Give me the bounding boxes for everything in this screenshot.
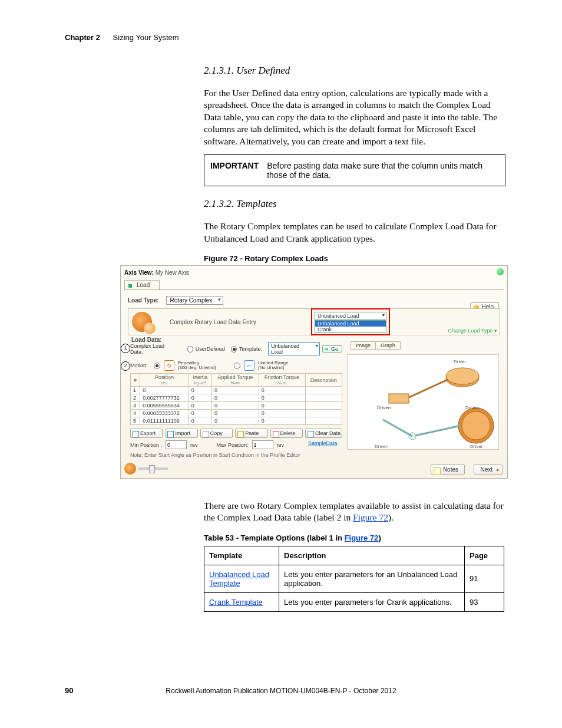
table-row: 50.01111111109000 bbox=[131, 417, 342, 425]
col-inertia: Inertiakg-m² bbox=[189, 374, 211, 387]
figure-72-link-2[interactable]: Figure 72 bbox=[345, 533, 379, 542]
figure-72-screenshot: Axis View: My New Axis Load Load Type: R… bbox=[120, 265, 508, 479]
unbalanced-load-template-link[interactable]: Unbalanced Load Template bbox=[209, 570, 269, 588]
table-53: Template Description Page Unbalanced Loa… bbox=[204, 546, 504, 612]
table-toolbar: Export Import Copy Paste Delete Clear Da… bbox=[130, 429, 342, 438]
axis-view-label-text: Axis View: bbox=[124, 269, 154, 276]
zoom-slider[interactable] bbox=[138, 467, 168, 470]
col-description: Description bbox=[305, 374, 342, 387]
illustration-panel: Driver Driven Driver Driven Driven bbox=[347, 354, 499, 450]
callout-2: 2 bbox=[121, 361, 130, 371]
illus-driven-label-1: Driven bbox=[377, 405, 391, 410]
help-icon[interactable] bbox=[497, 268, 504, 275]
option-crank[interactable]: Crank bbox=[315, 327, 386, 332]
chapter-title: Sizing Your System bbox=[113, 33, 179, 42]
axis-view-label: Axis View: My New Axis bbox=[124, 269, 189, 276]
callout-1: 1 bbox=[121, 344, 130, 353]
page-crank: 93 bbox=[465, 592, 504, 611]
min-position-input[interactable] bbox=[166, 440, 187, 449]
clear-data-button[interactable]: Clear Data bbox=[305, 429, 342, 438]
delete-button[interactable]: Delete bbox=[270, 429, 303, 438]
section-heading-templates: 2.1.3.2. Templates bbox=[204, 198, 504, 210]
template-type-dropdown[interactable]: Unbalanced Load bbox=[315, 312, 386, 320]
radio-template-label: Template: bbox=[239, 346, 262, 352]
chapter-number: Chapter 2 bbox=[65, 33, 100, 42]
next-button[interactable]: Next bbox=[474, 465, 503, 475]
th-page: Page bbox=[465, 546, 504, 565]
change-load-type-link[interactable]: Change Load Type bbox=[448, 328, 497, 334]
important-label: IMPORTANT bbox=[204, 155, 267, 186]
crank-template-link[interactable]: Crank Template bbox=[209, 598, 263, 607]
table-row: 10000 bbox=[131, 387, 342, 394]
desc-crank: Lets you enter parameters for Crank appl… bbox=[279, 592, 465, 611]
template-type-highlight: Unbalanced Load Unbalanced Load Crank bbox=[311, 308, 390, 335]
table-row: 20.00277777732000 bbox=[131, 394, 342, 402]
load-data-table: # Positionrev Inertiakg-m² Applied Torqu… bbox=[130, 373, 342, 425]
min-position-label: Min Position : bbox=[130, 442, 162, 448]
rotary-gear-icon bbox=[132, 312, 152, 332]
illus-driver-label: Driver bbox=[454, 359, 467, 364]
col-friction-torque: Friction TorqueN-m bbox=[259, 374, 305, 387]
profile-editor-note: Note: Enter Start Angle as Position in S… bbox=[130, 452, 300, 458]
content-after-figure: There are two Rotary Complex templates a… bbox=[204, 500, 504, 612]
important-text: Before pasting data make sure that the c… bbox=[267, 155, 505, 186]
col-applied-torque: Applied TorqueN-m bbox=[212, 374, 259, 387]
complex-load-data-label: Complex Load Data: bbox=[130, 343, 174, 355]
load-data-label: Load Data: bbox=[131, 337, 162, 343]
tab-load[interactable]: Load bbox=[124, 280, 160, 289]
table-row: Crank Template Lets you enter parameters… bbox=[204, 592, 504, 611]
limited-sub: (No Unwind) bbox=[258, 365, 284, 370]
table-row: Unbalanced Load Template Lets you enter … bbox=[204, 565, 504, 592]
complex-load-data-row: Complex Load Data: UserDefined Template:… bbox=[130, 344, 342, 354]
tbl53-cap-a: Table 53 - Template Options (label 1 in bbox=[204, 533, 345, 542]
load-type-label: Load Type: bbox=[128, 297, 159, 304]
svg-line-8 bbox=[383, 420, 412, 436]
section-heading-user-defined: 2.1.3.1. User Defined bbox=[204, 65, 504, 77]
tab-image[interactable]: Image bbox=[351, 341, 376, 350]
illus-driven-label-3: Driven bbox=[465, 405, 479, 410]
limited-range-icon: ⤺ bbox=[244, 360, 254, 371]
repeating-caption: Repeating (360 deg. Unwind) bbox=[178, 361, 216, 370]
radio-template[interactable] bbox=[231, 346, 237, 353]
load-type-dropdown[interactable]: Rotary Complex bbox=[166, 296, 224, 305]
sample-data-link[interactable]: SampleData bbox=[308, 440, 338, 446]
max-position-label: Max Position: bbox=[217, 442, 249, 448]
preview-tabs: ImageGraph bbox=[351, 342, 400, 348]
svg-rect-3 bbox=[389, 394, 409, 403]
template-dropdown[interactable]: Unbalanced Load bbox=[268, 342, 320, 355]
tab-graph[interactable]: Graph bbox=[375, 341, 401, 350]
figure-72-link[interactable]: Figure 72 bbox=[353, 512, 388, 522]
motion-label: Motion: bbox=[130, 363, 148, 368]
figure-caption: Figure 72 - Rotary Complex Loads bbox=[204, 254, 504, 263]
export-button[interactable]: Export bbox=[130, 429, 163, 438]
table-53-caption: Table 53 - Template Options (label 1 in … bbox=[204, 533, 504, 542]
para-user-defined: For the User Defined data entry option, … bbox=[204, 87, 504, 147]
th-description: Description bbox=[279, 546, 465, 565]
svg-line-6 bbox=[412, 426, 461, 436]
panel-title: Complex Rotary Load Data Entry bbox=[170, 319, 256, 325]
tab-underline bbox=[124, 289, 504, 290]
paste-button[interactable]: Paste bbox=[235, 429, 267, 438]
main-content: 2.1.3.1. User Defined For the User Defin… bbox=[204, 65, 504, 266]
para-after-figure: There are two Rotary Complex templates a… bbox=[204, 500, 504, 524]
template-type-options[interactable]: Unbalanced Load Crank bbox=[315, 320, 386, 333]
max-position-input[interactable] bbox=[252, 440, 273, 449]
go-button[interactable]: Go bbox=[322, 345, 342, 353]
radio-repeating[interactable] bbox=[154, 363, 160, 369]
publication-footer: Rockwell Automation Publication MOTION-U… bbox=[0, 687, 562, 695]
svg-point-5 bbox=[462, 411, 490, 440]
para-after-fig-b: ). bbox=[388, 512, 394, 522]
important-callout: IMPORTANT Before pasting data make sure … bbox=[204, 154, 505, 186]
para-templates: The Rotary Complex templates can be used… bbox=[204, 220, 504, 245]
repeating-icon: ↻ bbox=[164, 360, 174, 371]
option-unbalanced[interactable]: Unbalanced Load bbox=[315, 321, 386, 327]
radio-limited-range[interactable] bbox=[234, 363, 240, 369]
import-button[interactable]: Import bbox=[165, 429, 197, 438]
running-head: Chapter 2 Sizing Your System bbox=[65, 33, 179, 42]
radio-user-defined[interactable] bbox=[187, 346, 193, 353]
illus-driven-label-2: Driven bbox=[375, 444, 388, 449]
notes-button[interactable]: Notes bbox=[431, 465, 465, 475]
limited-caption: Limited Range (No Unwind) bbox=[258, 361, 289, 370]
copy-button[interactable]: Copy bbox=[200, 429, 233, 438]
table-row: 30.00555555634000 bbox=[131, 402, 342, 410]
